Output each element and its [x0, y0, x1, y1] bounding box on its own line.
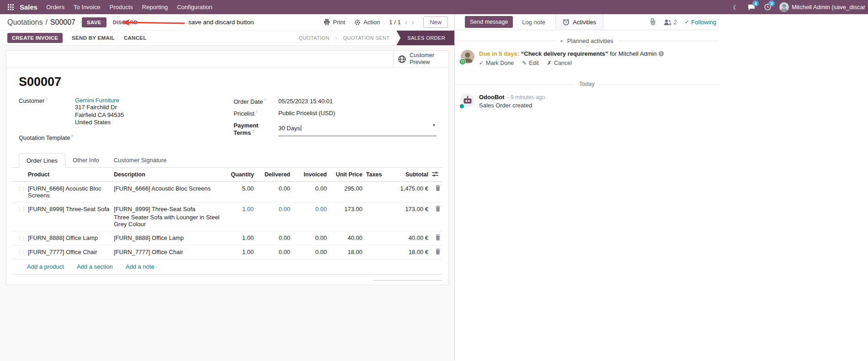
drag-handle-icon[interactable]: ⋮⋮: [14, 207, 25, 212]
status-quotation-sent-label: QUOTATION SENT: [343, 35, 390, 41]
description-cell: [FURN_6666] Acoustic Bloc Screens: [112, 181, 229, 202]
quantity-cell: 1.00: [229, 231, 256, 245]
drag-handle-icon[interactable]: ⋮⋮: [14, 235, 25, 241]
invoiced-cell: 0.00: [292, 231, 329, 245]
status-quotation-sent[interactable]: QUOTATION SENT: [336, 31, 397, 45]
description-cell: [FURN_8999] Three-Seat Sofa Three Seater…: [112, 202, 229, 231]
drag-handle-icon[interactable]: ⋮⋮: [14, 250, 25, 255]
followers-button[interactable]: 2: [664, 19, 677, 26]
dropdown-caret-icon[interactable]: ▾: [433, 122, 435, 127]
delivered-column-header[interactable]: Delivered: [256, 168, 292, 182]
delete-row-icon[interactable]: [435, 234, 441, 242]
payment-terms-field: Payment Terms? 30 Days ▾: [234, 122, 437, 136]
delete-row-icon[interactable]: [435, 185, 441, 192]
attachments-button[interactable]: [650, 18, 656, 26]
activities-menu[interactable]: 2: [760, 0, 776, 14]
cancel-button[interactable]: CANCEL: [124, 35, 147, 41]
delivered-cell: 0.00: [256, 181, 292, 202]
delete-row-icon[interactable]: [435, 249, 441, 256]
add-product-link[interactable]: Add a product: [27, 263, 64, 270]
new-button[interactable]: New: [423, 16, 448, 28]
status-sales-order[interactable]: SALES ORDER: [396, 31, 454, 45]
avatar-image: [779, 2, 789, 12]
breadcrumb-quotations-link[interactable]: Quotations: [7, 18, 43, 27]
invoiced-column-header[interactable]: Invoiced: [292, 168, 329, 182]
add-section-link[interactable]: Add a section: [77, 263, 113, 270]
send-by-email-button[interactable]: SEND BY EMAIL: [72, 35, 115, 41]
nav-menu-reporting[interactable]: Reporting: [138, 0, 172, 14]
subtotal-cell: 40.00 €: [388, 231, 430, 245]
terms-placeholder[interactable]: Terms and conditions...: [14, 280, 75, 285]
mark-done-button[interactable]: ✓ Mark Done: [479, 60, 514, 66]
user-avatar[interactable]: [779, 2, 789, 12]
top-navbar: Sales Orders To Invoice Products Reporti…: [0, 0, 868, 14]
payment-terms-input[interactable]: 30 Days ▾: [278, 122, 437, 136]
invoiced-cell: 0.00: [292, 202, 329, 231]
table-row[interactable]: ⋮⋮ [FURN_8888] Office Lamp [FURN_8888] O…: [12, 231, 442, 245]
quotation-template-field[interactable]: Quotation Template?: [19, 134, 234, 141]
message-author[interactable]: OdooBot: [479, 94, 505, 101]
customer-preview-button[interactable]: Customer Preview: [393, 51, 448, 67]
tab-other-info[interactable]: Other Info: [65, 153, 107, 167]
log-note-button[interactable]: Log note: [522, 19, 545, 26]
field-columns: Customer? Gemini Furniture 317 Fairchild…: [19, 97, 437, 146]
following-button[interactable]: ✓ Following: [685, 19, 716, 26]
planned-activities-header[interactable]: ▾ Planned activities: [455, 37, 719, 44]
print-button[interactable]: Print: [324, 19, 345, 26]
description-column-header[interactable]: Description: [112, 168, 229, 182]
user-name[interactable]: Mitchell Admin (save_discar: [789, 4, 868, 11]
quantity-cell: 1.00: [229, 202, 256, 231]
customer-link[interactable]: Gemini Furniture: [75, 97, 119, 104]
quantity-cell: 1.00: [229, 245, 256, 259]
edit-activity-button[interactable]: ✎ Edit: [522, 60, 539, 66]
address-line-3: United States: [75, 119, 124, 127]
nav-menu-configuration[interactable]: Configuration: [172, 0, 217, 14]
action-button[interactable]: Action: [354, 19, 380, 26]
sheet-header: Customer Preview: [6, 51, 448, 68]
status-quotation[interactable]: QUOTATION: [292, 31, 336, 45]
nav-menu-to-invoice[interactable]: To Invoice: [69, 0, 105, 14]
taxes-column-header[interactable]: Taxes: [364, 168, 388, 182]
app-name[interactable]: Sales: [18, 3, 42, 11]
totals-section: Terms and conditions... Total: 1,706.00 …: [6, 275, 448, 285]
tab-order-lines[interactable]: Order Lines: [19, 153, 65, 168]
tab-customer-signature[interactable]: Customer Signature: [107, 153, 174, 167]
table-row[interactable]: ⋮⋮ [FURN_7777] Office Chair [FURN_7777] …: [12, 245, 442, 259]
sheet-body: S00007 Customer? Gemini Furniture 317 Fa…: [6, 68, 448, 146]
subtotal-column-header[interactable]: Subtotal: [388, 168, 430, 182]
optional-columns-icon[interactable]: [430, 168, 442, 182]
product-cell: [FURN_8999] Three-Seat Sofa: [26, 202, 112, 231]
help-marker: ?: [45, 97, 48, 101]
delete-row-icon[interactable]: [435, 206, 441, 213]
pricelist-value[interactable]: Public Pricelist (USD): [278, 110, 335, 117]
quantity-column-header[interactable]: Quantity: [229, 168, 256, 182]
create-invoice-button[interactable]: CREATE INVOICE: [7, 33, 63, 43]
table-row[interactable]: ⋮⋮ [FURN_8999] Three-Seat Sofa [FURN_899…: [12, 202, 442, 231]
pager-previous-icon[interactable]: ‹: [405, 18, 408, 26]
pager-next-icon[interactable]: ›: [411, 18, 414, 26]
info-icon[interactable]: [658, 51, 664, 57]
table-row[interactable]: ⋮⋮ [FURN_6666] Acoustic Bloc Screens [FU…: [12, 181, 442, 202]
pager-count: 1 / 1: [389, 19, 400, 26]
taxes-cell: [364, 231, 388, 245]
pricelist-field[interactable]: Pricelist? Public Pricelist (USD): [234, 110, 437, 117]
nav-menu-orders[interactable]: Orders: [42, 0, 69, 14]
add-note-link[interactable]: Add a note: [126, 263, 154, 270]
planned-activities-label: Planned activities: [567, 37, 613, 44]
order-date-value[interactable]: 05/25/2023 15:40:01: [278, 98, 333, 105]
save-button[interactable]: SAVE: [82, 17, 107, 27]
activities-tab[interactable]: Activities: [555, 14, 603, 30]
drag-handle-icon[interactable]: ⋮⋮: [14, 186, 25, 191]
send-message-button[interactable]: Send message: [465, 16, 513, 28]
dark-mode-toggle[interactable]: ☾: [728, 0, 743, 14]
order-date-field[interactable]: Order Date? 05/25/2023 15:40:01: [234, 98, 437, 105]
unit-price-column-header[interactable]: Unit Price: [329, 168, 364, 182]
product-column-header[interactable]: Product: [26, 168, 112, 182]
nav-menu-products[interactable]: Products: [105, 0, 137, 14]
nav-left: Sales Orders To Invoice Products Reporti…: [4, 0, 217, 14]
apps-menu-icon[interactable]: [4, 4, 18, 10]
messages-menu[interactable]: 4: [743, 0, 760, 14]
message-status-badge: [459, 104, 464, 109]
cancel-activity-button[interactable]: ✗ Cancel: [547, 60, 572, 66]
product-cell: [FURN_6666] Acoustic Bloc Screens: [26, 181, 112, 202]
